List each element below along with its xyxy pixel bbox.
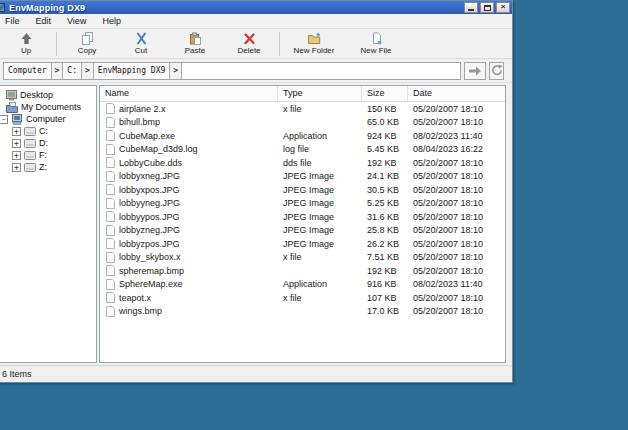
minimize-button[interactable] [464,2,478,13]
paste-button[interactable]: Paste [168,30,222,58]
file-manager-window: EnvMapping DX9 × FileEditViewHelp UpCopy… [0,0,513,383]
file-name: lobbyyneg.JPG [119,198,180,208]
file-size: 24.1 KB [362,171,408,181]
file-size: 192 KB [362,266,408,276]
file-row[interactable]: CubeMap.exeApplication924 KB08/02/2023 1… [100,129,505,143]
refresh-button[interactable] [489,62,504,80]
file-date: 05/20/2007 18:10 [408,266,505,276]
file-name-cell: lobbyypos.JPG [100,211,278,222]
tree-item-computer[interactable]: -Computer [0,113,96,125]
file-name: SphereMap.exe [119,279,183,289]
tree-item-z[interactable]: +Z: [0,161,96,173]
file-row[interactable]: lobbyxpos.JPGJPEG Image30.5 KB05/20/2007… [100,183,505,197]
collapse-icon[interactable]: - [0,115,8,124]
file-size: 31.6 KB [362,212,408,222]
tree-item-f[interactable]: +F: [0,149,96,161]
column-header-size[interactable]: Size [362,86,408,101]
drive-icon [24,139,36,148]
file-row[interactable]: lobby_skybox.xx file7.51 KB05/20/2007 18… [100,251,505,265]
expand-icon[interactable]: + [12,163,21,172]
breadcrumb-segment[interactable]: EnvMapping DX9 [94,63,170,79]
file-icon [106,198,115,209]
chevron-right-icon[interactable]: > [82,63,94,79]
file-date: 05/20/2007 18:10 [408,252,505,262]
new-file-button[interactable]: New File [345,30,407,58]
file-row[interactable]: SphereMap.exeApplication916 KB08/02/2023… [100,278,505,292]
file-name: lobbyzpos.JPG [119,239,180,249]
file-row[interactable]: lobbyyneg.JPGJPEG Image5.25 KB05/20/2007… [100,197,505,211]
menu-view[interactable]: View [59,15,94,27]
new-folder-button[interactable]: New Folder [283,30,345,58]
up-button[interactable]: Up [0,30,53,58]
app-icon [0,3,5,12]
file-size: 26.2 KB [362,239,408,249]
list-header: NameTypeSizeDate [100,86,505,102]
file-name-cell: CubeMap_d3d9.log [100,144,278,155]
chevron-right-icon[interactable]: > [52,63,64,79]
expand-icon[interactable]: + [12,139,21,148]
window-title: EnvMapping DX9 [9,3,464,13]
toolbar-button-label: Up [21,46,31,55]
file-size: 5.25 KB [362,198,408,208]
file-row[interactable]: spheremap.bmp192 KB05/20/2007 18:10 [100,264,505,278]
menu-help[interactable]: Help [94,15,129,27]
file-row[interactable]: LobbyCube.ddsdds file192 KB05/20/2007 18… [100,156,505,170]
file-row[interactable]: CubeMap_d3d9.loglog file5.45 KB08/04/202… [100,143,505,157]
maximize-button[interactable] [480,2,494,13]
tree-item-label: C: [39,126,48,136]
breadcrumb-segment[interactable]: C: [63,63,82,79]
copy-button[interactable]: Copy [60,30,114,58]
file-name-cell: lobbyxneg.JPG [100,171,278,182]
documents-folder-icon [6,102,18,113]
menu-file[interactable]: File [0,15,28,27]
drive-icon [24,127,36,136]
column-header-type[interactable]: Type [278,86,362,101]
file-row[interactable]: lobbyypos.JPGJPEG Image31.6 KB05/20/2007… [100,210,505,224]
tree-item-d[interactable]: +D: [0,137,96,149]
file-row[interactable]: wings.bmp17.0 KB05/20/2007 18:10 [100,305,505,319]
tree-item-c[interactable]: +C: [0,125,96,137]
column-header-name[interactable]: Name [100,86,278,101]
file-date: 05/20/2007 18:10 [408,117,505,127]
file-name: lobbyzneg.JPG [119,225,180,235]
tree-item-my-documents[interactable]: My Documents [0,101,96,113]
go-button[interactable] [464,62,486,80]
file-name-cell: spheremap.bmp [100,265,278,276]
file-date: 08/02/2023 11:40 [408,131,505,141]
file-type: JPEG Image [278,198,362,208]
file-type: x file [278,104,362,114]
expand-icon[interactable]: + [12,127,21,136]
file-date: 05/20/2007 18:10 [408,306,505,316]
tree-item-desktop[interactable]: Desktop [0,89,96,101]
menu-edit[interactable]: Edit [28,15,60,27]
file-row[interactable]: lobbyzpos.JPGJPEG Image26.2 KB05/20/2007… [100,237,505,251]
tree-item-label: Computer [26,114,66,124]
file-row[interactable]: bihull.bmp65.0 KB05/20/2007 18:10 [100,116,505,130]
file-row[interactable]: lobbyxneg.JPGJPEG Image24.1 KB05/20/2007… [100,170,505,184]
file-row[interactable]: lobbyzneg.JPGJPEG Image25.8 KB05/20/2007… [100,224,505,238]
file-size: 25.8 KB [362,225,408,235]
file-date: 05/20/2007 18:10 [408,212,505,222]
chevron-right-icon[interactable]: > [170,63,182,79]
cut-button[interactable]: Cut [114,30,168,58]
file-name: lobby_skybox.x [119,252,181,262]
delete-button[interactable]: Delete [222,30,276,58]
close-button[interactable]: × [496,2,510,13]
file-row[interactable]: teapot.xx file107 KB05/20/2007 18:10 [100,291,505,305]
toolbar-button-label: New Folder [294,46,335,55]
titlebar[interactable]: EnvMapping DX9 × [0,1,512,14]
file-size: 107 KB [362,293,408,303]
file-size: 17.0 KB [362,306,408,316]
file-name-cell: airplane 2.x [100,103,278,114]
file-name-cell: LobbyCube.dds [100,157,278,168]
file-size: 924 KB [362,131,408,141]
breadcrumb-segment[interactable]: Computer [4,63,52,79]
column-header-date[interactable]: Date [408,86,505,101]
expand-icon[interactable]: + [12,151,21,160]
file-date: 05/20/2007 18:10 [408,104,505,114]
file-icon [106,171,115,182]
file-row[interactable]: airplane 2.xx file150 KB05/20/2007 18:10 [100,102,505,116]
tree-item-label: F: [39,150,47,160]
desktop-icon [6,90,17,101]
file-name: CubeMap_d3d9.log [119,144,198,154]
